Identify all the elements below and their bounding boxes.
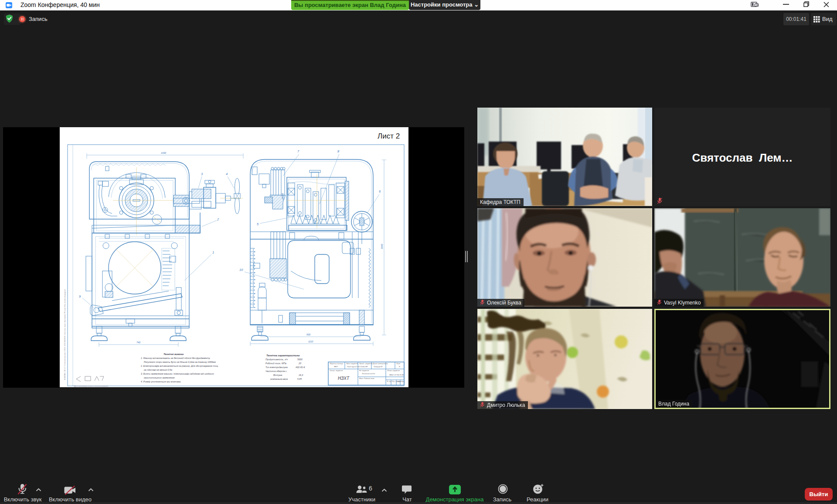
- svg-text:Тип електродвигуна: Тип електродвигуна: [265, 366, 288, 369]
- svg-text:Лірц: Лірц: [401, 381, 404, 382]
- svg-text:Робочий тиск, МПа: Робочий тиск, МПа: [265, 362, 286, 365]
- svg-text:⌀20к6: ⌀20к6: [281, 193, 284, 200]
- svg-text:Частота обертів с: Частота обертів с: [265, 370, 287, 372]
- svg-text:Лі. лис: Лі. лис: [386, 381, 391, 382]
- svg-text:Лист 2: Лист 2: [378, 132, 400, 140]
- svg-text:1. Машину встановлювать на бет: 1. Машину встановлювать на бетонній підл…: [141, 357, 211, 359]
- svg-text:номінальна вага: номінальна вага: [270, 378, 288, 380]
- svg-text:3. Болти заземлення машини і е: 3. Болти заземлення машини і електрошафи…: [141, 372, 214, 375]
- svg-text:6: 6: [369, 485, 372, 492]
- svg-text:Лист: Лист: [396, 363, 400, 365]
- svg-text:Лист: Лист: [397, 381, 401, 382]
- svg-text:Продуктивність, л/ч: Продуктивність, л/ч: [265, 358, 288, 361]
- svg-text:Зборочна одиниця: Зборочна одиниця: [330, 363, 343, 365]
- svg-text:2: 2: [217, 217, 219, 221]
- svg-text:5: 5: [257, 222, 259, 226]
- svg-text:Зміна документ: Зміна документ: [346, 363, 358, 365]
- svg-text:4. Розмір уточнюється при монт: 4. Розмір уточнюється при монтажу: [141, 380, 181, 383]
- svg-text:16,3: 16,3: [299, 374, 303, 376]
- svg-text:* Для некоммерческого использо: * Для некоммерческого использования: [73, 385, 109, 387]
- svg-text:Лист журнал №1: Лист журнал №1: [347, 366, 360, 368]
- svg-text:740: 740: [136, 341, 140, 344]
- svg-text:1640: 1640: [381, 244, 383, 249]
- svg-text:наостопольного заземлення: наостопольного заземлення: [144, 376, 175, 379]
- svg-text:1430: 1430: [161, 152, 166, 154]
- svg-text:Не документ: Не документ: [359, 370, 369, 372]
- svg-text:1: 1: [212, 250, 214, 254]
- svg-text:Технічні вимоги: Технічні вимоги: [163, 353, 184, 355]
- svg-text:9: 9: [79, 294, 81, 298]
- svg-text:Досвід затверджено: Досвід затверджено: [372, 363, 388, 365]
- svg-text:Вт/суна: Вт/суна: [273, 374, 282, 376]
- svg-text:Маса. Робочий лист: Маса. Робочий лист: [359, 378, 374, 379]
- svg-text:6: 6: [379, 189, 381, 193]
- svg-text:Технічна характеристика: Технічна характеристика: [266, 354, 300, 357]
- svg-text:3: 3: [201, 172, 203, 176]
- svg-text:Глибко ВП: Глибко ВП: [360, 366, 368, 368]
- svg-text:N: N: [399, 366, 400, 368]
- svg-text:Технол. документ: Технол. документ: [330, 370, 343, 372]
- svg-text:Загальний вигляд: Загальний вигляд: [362, 373, 375, 375]
- svg-text:1110: 1110: [308, 340, 313, 343]
- svg-text:Регулюючі опори мають бути не: Регулюючі опори мають бути не більше 0,2…: [144, 361, 216, 363]
- svg-text:4: 4: [226, 172, 228, 176]
- svg-text:НВХТ: НВХТ: [334, 366, 338, 368]
- svg-text:2. Електрошафа встановлюється: 2. Електрошафа встановлюється на рівнину…: [140, 365, 218, 367]
- svg-text:5000: 5000: [297, 358, 303, 361]
- svg-text:5,85: 5,85: [297, 378, 302, 380]
- svg-text:Лазарчук В.Г.: Лазарчук В.Г.: [373, 366, 384, 368]
- svg-text:НЗХТ: НЗХТ: [338, 376, 350, 381]
- svg-text:930: 930: [306, 333, 310, 336]
- svg-text:КОМПАС-3D v17 Учебная версия ©: КОМПАС-3D v17 Учебная версия © 2021 ООО …: [64, 289, 66, 380]
- svg-text:А02-82-6: А02-82-6: [295, 366, 305, 369]
- svg-text:Підпис документ: Підпис документ: [387, 370, 400, 372]
- svg-text:8: 8: [337, 149, 340, 153]
- svg-text:Провід. документ: Провід. документ: [359, 363, 372, 365]
- svg-text:10: 10: [239, 268, 243, 272]
- svg-text:НВ02.1.07.85.Л1 ВЗ: НВ02.1.07.85.Л1 ВЗ: [389, 374, 404, 376]
- svg-text:на підставі не менше 0,5м: на підставі не менше 0,5м: [144, 369, 172, 371]
- svg-text:20: 20: [298, 362, 301, 365]
- svg-text:7: 7: [297, 149, 299, 153]
